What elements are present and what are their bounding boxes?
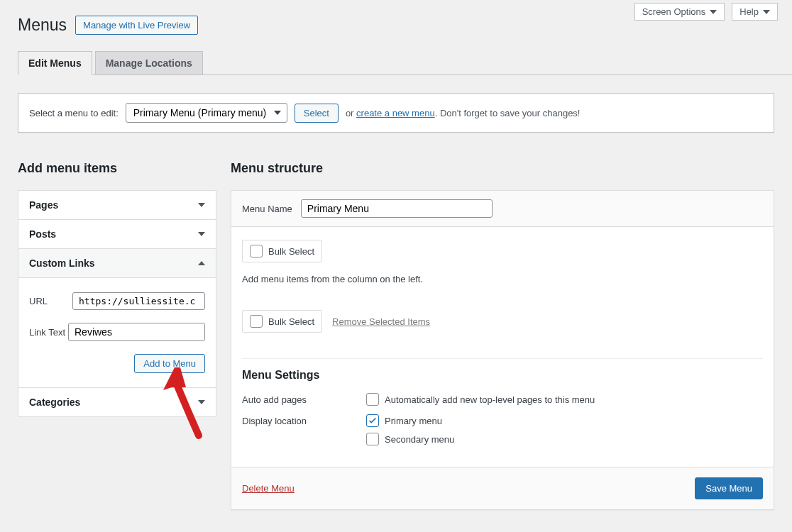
display-location-label: Display location [242,414,366,426]
add-to-menu-button[interactable]: Add to Menu [134,354,205,373]
bulk-select-checkbox[interactable] [250,245,263,257]
chevron-down-icon [763,9,770,16]
auto-add-option-label: Automatically add new top-level pages to… [385,394,595,405]
menu-select-bar: Select a menu to edit: Primary Menu (Pri… [18,93,774,133]
screen-options-label: Screen Options [642,6,706,17]
metabox-custom-links[interactable]: Custom Links [18,249,216,277]
chevron-down-icon [198,231,205,238]
nav-tabs: Edit Menus Manage Locations [18,51,792,75]
tab-edit-menus[interactable]: Edit Menus [18,51,92,75]
live-preview-button[interactable]: Manage with Live Preview [75,16,198,35]
metabox-custom-links-label: Custom Links [29,257,95,269]
delete-menu-link[interactable]: Delete Menu [242,483,295,494]
help-label: Help [739,6,759,17]
metabox-categories[interactable]: Categories [18,388,216,416]
bulk-select-label: Bulk Select [268,246,314,257]
metabox-posts-label: Posts [29,228,56,240]
menu-name-input[interactable] [301,199,493,218]
menu-select-dropdown[interactable]: Primary Menu (Primary menu) [126,103,287,123]
menu-settings-heading: Menu Settings [242,358,763,382]
url-input[interactable] [72,292,205,310]
auto-add-label: Auto add pages [242,393,366,405]
help-button[interactable]: Help [732,3,778,21]
select-button[interactable]: Select [295,104,339,123]
chevron-up-icon [198,260,205,267]
structure-heading: Menu structure [231,161,774,176]
select-hint: or create a new menu. Don't forget to sa… [346,108,581,118]
bulk-select-label: Bulk Select [268,316,314,327]
auto-add-checkbox[interactable] [366,393,379,406]
chevron-down-icon [710,9,717,16]
primary-location-label: Primary menu [385,416,442,426]
check-icon [368,416,378,426]
menu-name-label: Menu Name [242,204,292,214]
remove-selected-link[interactable]: Remove Selected Items [332,316,430,327]
link-text-label: Link Text [29,327,68,338]
save-menu-button[interactable]: Save Menu [695,477,763,499]
link-text-input[interactable] [68,323,205,341]
screen-options-button[interactable]: Screen Options [634,3,725,21]
page-title: Menus [18,16,67,35]
metabox-categories-label: Categories [29,397,80,408]
metabox-pages-label: Pages [29,199,58,211]
bulk-select-checkbox[interactable] [250,315,263,328]
secondary-location-label: Secondary menu [385,434,454,445]
tab-manage-locations[interactable]: Manage Locations [95,51,203,74]
create-menu-link[interactable]: create a new menu [356,108,435,118]
primary-location-checkbox[interactable] [366,414,379,427]
metabox-posts[interactable]: Posts [18,220,216,248]
bulk-select-top[interactable]: Bulk Select [242,240,322,262]
add-items-heading: Add menu items [18,161,216,176]
chevron-down-icon [198,201,205,209]
chevron-down-icon [198,399,205,406]
secondary-location-checkbox[interactable] [366,433,379,445]
menu-select-label: Select a menu to edit: [29,108,119,118]
url-label: URL [29,296,72,306]
structure-help-text: Add menu items from the column on the le… [242,274,763,284]
bulk-select-bottom[interactable]: Bulk Select [242,310,322,333]
metabox-pages[interactable]: Pages [18,191,216,219]
